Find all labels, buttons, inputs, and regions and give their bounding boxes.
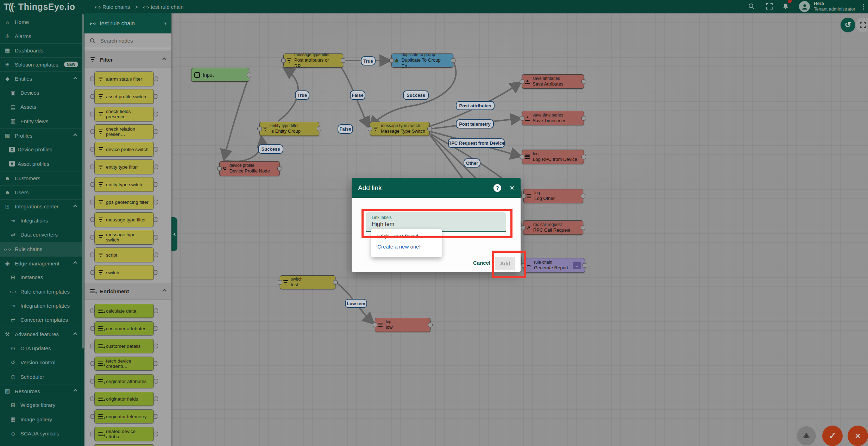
cancel-button[interactable]: Cancel xyxy=(473,260,490,266)
dialog-header: Add link ? × xyxy=(352,178,521,198)
annotation-highlight-add-button xyxy=(492,251,526,278)
annotation-highlight-field xyxy=(361,209,512,238)
help-button[interactable]: ? xyxy=(493,184,501,192)
dialog-title: Add link xyxy=(358,184,382,192)
create-new-link[interactable]: Create a new one! xyxy=(377,244,421,250)
close-dialog-button[interactable]: × xyxy=(510,184,514,192)
